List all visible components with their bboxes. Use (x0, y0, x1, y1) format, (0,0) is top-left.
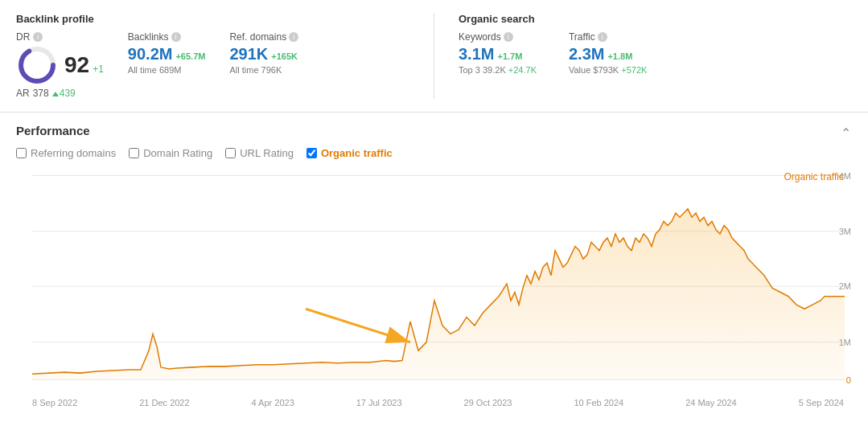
x-label-1: 8 Sep 2022 (32, 398, 77, 408)
checkbox-url-label: URL Rating (240, 147, 294, 159)
svg-text:0: 0 (846, 375, 851, 384)
ref-domains-block: Ref. domains i 291K +165K All time 796K (229, 31, 302, 75)
svg-text:3M: 3M (839, 227, 851, 236)
checkbox-referring-label: Referring domains (31, 147, 116, 159)
traffic-value: 2.3M +1.8M (569, 46, 647, 62)
backlink-section: Backlink profile DR i (16, 13, 434, 99)
keywords-change: +1.7M (497, 52, 522, 61)
dr-change: +1 (93, 63, 104, 75)
backlinks-label: Backlinks i (128, 31, 206, 43)
ref-domains-sub: All time 796K (229, 65, 302, 75)
organic-stats: Keywords i 3.1M +1.7M Top 3 39.2K +24.7K… (459, 31, 852, 75)
backlinks-change: +65.7M (175, 52, 205, 61)
backlink-title: Backlink profile (16, 13, 409, 25)
triangle-up-icon (52, 92, 59, 96)
traffic-info-icon[interactable]: i (598, 32, 607, 42)
dr-block: DR i 92 +1 (16, 31, 104, 99)
checkbox-organic-traffic[interactable]: Organic traffic (306, 147, 393, 159)
organic-title: Organic search (459, 13, 852, 25)
checkbox-domain-label: Domain Rating (143, 147, 212, 159)
dr-label: DR (16, 31, 30, 43)
svg-text:2M: 2M (839, 281, 851, 291)
backlinks-value: 90.2M +65.7M (128, 46, 206, 62)
performance-title: Performance (16, 124, 90, 137)
svg-line-13 (306, 309, 410, 342)
checkbox-url-rating[interactable]: URL Rating (225, 147, 294, 159)
x-axis-labels: 8 Sep 2022 21 Dec 2022 4 Apr 2023 17 Jul… (16, 395, 852, 408)
traffic-sub: Value $793K +572K (569, 65, 647, 75)
x-label-8: 5 Sep 2024 (799, 398, 844, 408)
backlink-stats: DR i 92 +1 (16, 31, 409, 99)
ref-domains-value: 291K +165K (229, 46, 302, 62)
checkbox-organic-label: Organic traffic (321, 147, 393, 159)
collapse-icon[interactable]: ⌃ (841, 125, 852, 137)
x-label-2: 21 Dec 2022 (139, 398, 189, 408)
chart-svg: 4M 3M 2M 1M 0 (16, 167, 852, 392)
ref-domains-change: +165K (271, 52, 298, 61)
backlinks-info-icon[interactable]: i (171, 32, 181, 42)
x-label-3: 4 Apr 2023 (252, 398, 294, 408)
dr-value-row: 92 +1 (64, 54, 104, 76)
organic-section: Organic search Keywords i 3.1M +1.7M Top… (434, 13, 852, 99)
x-label-5: 29 Oct 2023 (464, 398, 512, 408)
chart-area: Organic traffic 4M 3M 2M 1M 0 (16, 167, 852, 392)
traffic-change: +1.8M (607, 52, 632, 61)
backlinks-block: Backlinks i 90.2M +65.7M All time 689M (128, 31, 206, 75)
keywords-block: Keywords i 3.1M +1.7M Top 3 39.2K +24.7K (459, 31, 537, 75)
dr-donut (16, 44, 58, 86)
backlinks-sub: All time 689M (128, 65, 206, 75)
dr-label-row: DR i (16, 31, 43, 43)
ar-change: 439 (52, 88, 76, 99)
keywords-sub: Top 3 39.2K +24.7K (459, 65, 537, 75)
x-label-7: 24 May 2024 (685, 398, 737, 408)
dr-value: 92 (64, 54, 89, 76)
x-label-6: 10 Feb 2024 (574, 398, 623, 408)
checkbox-organic-input[interactable] (306, 148, 317, 158)
organic-traffic-chart-label: Organic traffic (784, 171, 844, 182)
checkbox-referring-domains[interactable]: Referring domains (16, 147, 116, 159)
checkbox-domain-input[interactable] (129, 148, 139, 158)
top-panel: Backlink profile DR i (0, 0, 868, 113)
checkbox-url-input[interactable] (225, 148, 236, 158)
traffic-label: Traffic i (569, 31, 647, 43)
checkbox-domain-rating[interactable]: Domain Rating (129, 147, 212, 159)
ref-domains-label: Ref. domains i (229, 31, 302, 43)
dr-info-icon[interactable]: i (33, 32, 43, 42)
checkbox-row: Referring domains Domain Rating URL Rati… (16, 147, 852, 159)
traffic-block: Traffic i 2.3M +1.8M Value $793K +572K (569, 31, 647, 75)
x-label-4: 17 Jul 2023 (356, 398, 402, 408)
ref-domains-info-icon[interactable]: i (289, 32, 298, 42)
keywords-value: 3.1M +1.7M (459, 46, 537, 62)
ar-value: 378 (33, 88, 49, 99)
performance-section: Performance ⌃ Referring domains Domain R… (0, 113, 868, 392)
checkbox-referring-input[interactable] (16, 148, 27, 158)
performance-header: Performance ⌃ (16, 124, 852, 137)
keywords-label: Keywords i (459, 31, 537, 43)
ar-row: AR 378 439 (16, 88, 76, 99)
ar-label: AR (16, 88, 30, 99)
keywords-info-icon[interactable]: i (504, 32, 513, 42)
